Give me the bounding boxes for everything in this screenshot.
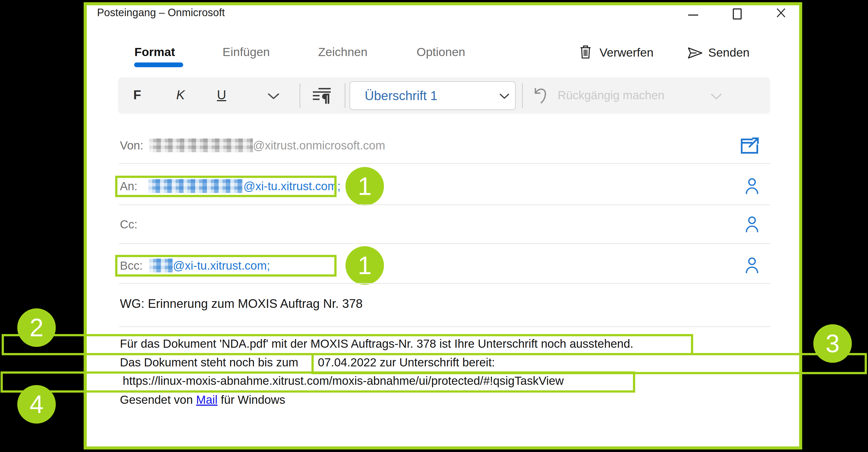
toolbar-divider xyxy=(522,83,523,108)
bcc-add-contact-button[interactable] xyxy=(746,257,758,274)
screenshot-stage: Posteingang – Onmicrosoft Format Einfüge… xyxy=(0,0,868,452)
undo-arrow-icon xyxy=(533,86,549,104)
annotation-box-line1 xyxy=(2,334,693,355)
undo-options-chevron[interactable] xyxy=(710,93,722,100)
annotation-badge-2: 2 xyxy=(17,308,56,347)
paragraph-format-icon xyxy=(312,87,331,104)
body-line-4[interactable]: Gesendet von Mail für Windows xyxy=(120,393,285,406)
tab-einfuegen[interactable]: Einfügen xyxy=(222,45,270,59)
von-label: Von: xyxy=(120,139,143,152)
formatting-more-chevron[interactable] xyxy=(267,93,280,100)
row-divider xyxy=(119,283,770,284)
style-dropdown-chevron[interactable] xyxy=(499,93,510,99)
italic-button[interactable]: K xyxy=(176,88,185,102)
row-divider xyxy=(119,163,770,164)
send-icon[interactable] xyxy=(687,46,703,60)
von-value[interactable]: @xitrust.onmicrosoft.com xyxy=(253,139,385,152)
an-add-contact-button[interactable] xyxy=(746,178,758,194)
row-divider xyxy=(119,243,770,244)
mail-app-link[interactable]: Mail xyxy=(196,393,217,406)
window-title: Posteingang – Onmicrosoft xyxy=(97,7,225,19)
send-button[interactable]: Senden xyxy=(708,46,749,59)
bold-button[interactable]: F xyxy=(133,88,141,102)
open-popout-button[interactable] xyxy=(740,136,760,155)
minimize-button[interactable] xyxy=(688,14,698,16)
annotation-box-line2 xyxy=(311,353,867,374)
cc-add-contact-button[interactable] xyxy=(746,216,758,233)
tab-format[interactable]: Format xyxy=(134,45,175,59)
paragraph-format-button[interactable] xyxy=(312,87,331,104)
subject-line[interactable]: WG: Erinnerung zum MOXIS Auftrag Nr. 378 xyxy=(120,297,363,311)
person-icon xyxy=(746,257,758,274)
open-in-new-window-icon xyxy=(740,136,760,155)
annotation-badge-4: 4 xyxy=(17,385,56,424)
chevron-down-icon xyxy=(710,93,722,100)
person-icon xyxy=(746,216,758,233)
annotation-badge-1-an: 1 xyxy=(345,167,384,206)
active-tab-underline xyxy=(134,62,183,67)
annotation-badge-3: 3 xyxy=(813,324,852,363)
close-button[interactable] xyxy=(776,7,786,18)
toolbar-divider xyxy=(300,83,300,108)
undo-label: Rückgängig machen xyxy=(558,89,664,102)
discard-button[interactable]: Verwerfen xyxy=(599,46,654,59)
chevron-down-icon xyxy=(499,93,510,99)
tab-optionen[interactable]: Optionen xyxy=(416,45,465,59)
maximize-button[interactable] xyxy=(733,8,742,20)
toolbar-divider xyxy=(345,83,345,108)
chevron-down-icon xyxy=(267,93,280,100)
close-icon xyxy=(776,7,786,18)
tab-zeichnen[interactable]: Zeichnen xyxy=(318,45,368,59)
row-divider xyxy=(119,204,770,205)
sent-from-prefix: Gesendet von xyxy=(120,393,196,406)
underline-button[interactable]: U xyxy=(217,88,226,102)
undo-button[interactable] xyxy=(533,86,549,104)
body-line-2-prefix[interactable]: Das Dokument steht noch bis zum xyxy=(120,356,298,369)
trash-icon[interactable] xyxy=(580,44,592,59)
style-dropdown-value: Überschrift 1 xyxy=(365,88,437,103)
row-divider xyxy=(119,326,770,327)
annotation-box-bcc xyxy=(115,255,337,277)
von-redacted-name xyxy=(149,138,253,152)
sent-from-suffix: für Windows xyxy=(217,393,285,406)
annotation-box-an xyxy=(115,176,337,197)
annotation-box-line3 xyxy=(1,371,635,393)
annotation-badge-1-bcc: 1 xyxy=(345,246,384,285)
cc-label: Cc: xyxy=(120,218,137,231)
person-icon xyxy=(746,178,758,194)
